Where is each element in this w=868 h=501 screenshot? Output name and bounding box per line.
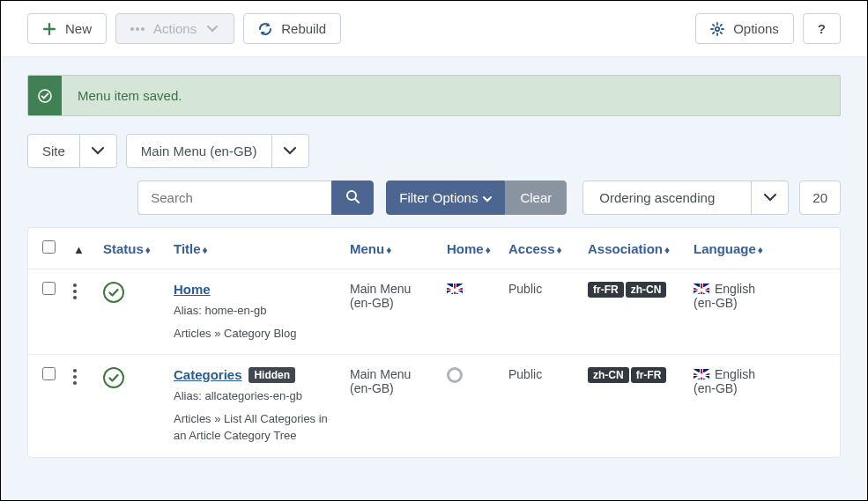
chevron-down-icon — [483, 190, 492, 205]
association-badge[interactable]: fr-FR — [588, 282, 624, 298]
plus-icon — [42, 22, 56, 36]
search-input[interactable] — [137, 181, 331, 215]
rebuild-button[interactable]: Rebuild — [243, 13, 341, 44]
svg-point-2 — [141, 27, 145, 31]
toolbar: New Actions Rebuild Options ? — [1, 1, 867, 57]
search-icon — [345, 189, 360, 206]
items-table: ▲ Status♦ Title♦ Menu♦ Home♦ Access♦ Ass… — [27, 227, 841, 458]
col-title[interactable]: Title — [174, 241, 201, 256]
new-button[interactable]: New — [27, 13, 107, 44]
refresh-icon — [258, 22, 272, 36]
hidden-badge: Hidden — [249, 367, 295, 383]
uk-flag-icon[interactable] — [447, 284, 463, 294]
svg-point-3 — [716, 26, 719, 30]
chevron-down-icon — [205, 22, 219, 36]
item-alias: Alias: home-en-gb — [174, 302, 332, 320]
drag-handle-icon[interactable] — [73, 282, 85, 299]
col-language[interactable]: Language — [694, 241, 756, 256]
new-button-label: New — [65, 21, 92, 36]
actions-button-label: Actions — [153, 21, 197, 36]
uk-flag-icon — [694, 369, 709, 379]
gear-icon — [710, 22, 724, 36]
client-select[interactable]: Site — [27, 134, 117, 168]
chevron-down-icon — [79, 135, 116, 167]
limit-select[interactable]: 20 — [799, 181, 841, 215]
item-access: Public — [508, 282, 542, 296]
filter-bar: Site Main Menu (en-GB) — [1, 116, 867, 168]
col-access[interactable]: Access — [508, 241, 555, 256]
col-home[interactable]: Home — [447, 241, 484, 256]
association-badge[interactable]: zh-CN — [588, 367, 629, 383]
sort-order-icon[interactable]: ▲ — [73, 243, 85, 256]
association-badge[interactable]: zh-CN — [626, 282, 667, 298]
filter-options-label: Filter Options — [399, 190, 478, 205]
chevron-down-icon — [271, 135, 308, 167]
item-access: Public — [508, 367, 542, 381]
options-button[interactable]: Options — [695, 13, 794, 44]
ordering-select[interactable]: Ordering ascending — [582, 181, 789, 215]
col-status[interactable]: Status — [103, 241, 144, 256]
ellipsis-icon — [130, 22, 145, 36]
search-button[interactable] — [331, 181, 374, 215]
help-button-label: ? — [818, 21, 826, 36]
limit-label: 20 — [812, 190, 827, 205]
item-title-link[interactable]: Categories — [174, 367, 242, 382]
check-circle-icon — [28, 76, 62, 115]
clear-button[interactable]: Clear — [505, 181, 567, 215]
menu-select[interactable]: Main Menu (en-GB) — [126, 134, 309, 168]
row-checkbox[interactable] — [42, 367, 56, 380]
svg-point-0 — [130, 27, 134, 31]
table-row: Categories HiddenAlias: allcategories-en… — [28, 355, 840, 457]
item-type: Articles » Category Blog — [174, 325, 332, 343]
item-alias: Alias: allcategories-en-gb — [174, 387, 332, 405]
actions-button[interactable]: Actions — [115, 13, 234, 44]
chevron-down-icon — [751, 181, 788, 214]
client-select-label: Site — [28, 135, 79, 167]
help-button[interactable]: ? — [803, 13, 841, 44]
svg-point-1 — [136, 27, 139, 31]
item-title-link[interactable]: Home — [174, 282, 211, 297]
item-menu: Main Menu (en-GB) — [350, 367, 411, 395]
filter-tools: Filter Options Clear Ordering ascending … — [1, 168, 867, 215]
options-button-label: Options — [733, 21, 779, 36]
select-all-checkbox[interactable] — [42, 240, 56, 254]
col-association[interactable]: Association — [588, 241, 663, 256]
uk-flag-icon — [694, 284, 709, 294]
association-badge[interactable]: fr-FR — [631, 367, 667, 383]
item-menu: Main Menu (en-GB) — [350, 282, 411, 310]
menu-select-label: Main Menu (en-GB) — [127, 135, 271, 167]
item-type: Articles » List All Categories in an Art… — [174, 410, 332, 445]
ordering-label: Ordering ascending — [583, 181, 751, 214]
filter-options-button[interactable]: Filter Options — [386, 181, 505, 215]
home-toggle-icon[interactable] — [447, 367, 463, 383]
status-published-icon[interactable] — [103, 282, 124, 303]
clear-label: Clear — [520, 190, 552, 205]
status-published-icon[interactable] — [103, 367, 124, 388]
rebuild-button-label: Rebuild — [281, 21, 326, 36]
table-row: HomeAlias: home-en-gbArticles » Category… — [28, 269, 840, 355]
drag-handle-icon[interactable] — [73, 367, 85, 385]
row-checkbox[interactable] — [42, 282, 56, 295]
alert-message: Menu item saved. — [62, 76, 197, 115]
alert-success: Menu item saved. — [27, 75, 841, 116]
col-menu[interactable]: Menu — [350, 241, 384, 256]
